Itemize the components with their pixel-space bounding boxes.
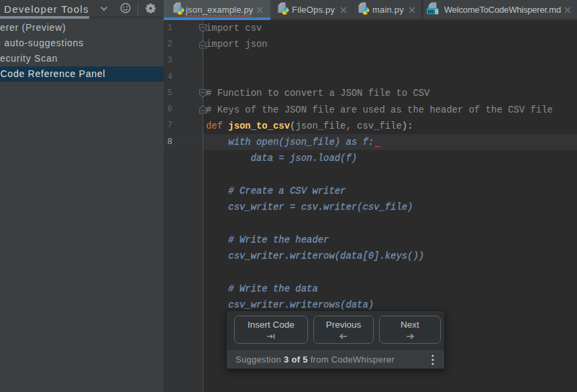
svg-text:MD: MD (428, 9, 436, 15)
